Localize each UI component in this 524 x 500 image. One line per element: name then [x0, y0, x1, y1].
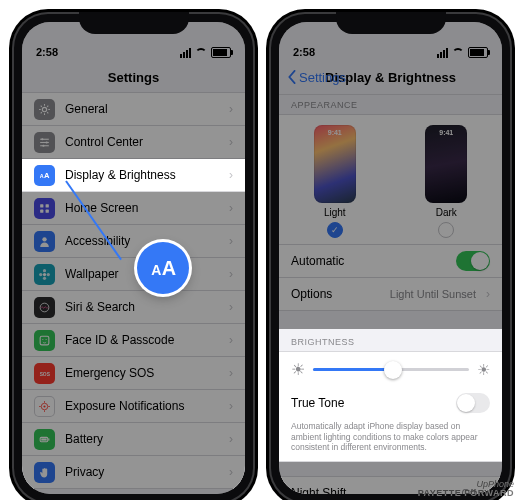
nav-title: Settings [108, 70, 159, 85]
row-label: Display & Brightness [65, 168, 219, 182]
row-control-center[interactable]: Control Center› [22, 126, 245, 159]
siri-icon [34, 297, 55, 318]
row-wallpaper[interactable]: Wallpaper› [22, 258, 245, 291]
svg-point-25 [43, 405, 45, 407]
row-label: General [65, 102, 219, 116]
svg-rect-10 [46, 204, 49, 207]
row-label: Exposure Notifications [65, 399, 219, 413]
wifi-icon [195, 48, 207, 57]
chevron-right-icon: › [229, 135, 233, 149]
options-label: Options [291, 287, 380, 301]
status-time: 2:58 [293, 46, 315, 58]
phone-left: 2:58 Settings General›Control Center›AAD… [12, 12, 255, 500]
brightness-slider[interactable] [313, 368, 469, 371]
svg-point-16 [43, 276, 46, 279]
back-button[interactable]: Settings [287, 70, 346, 85]
dark-radio[interactable] [438, 222, 454, 238]
svg-point-17 [39, 272, 42, 275]
cell-signal-icon [437, 48, 448, 58]
row-label: Face ID & Passcode [65, 333, 219, 347]
svg-rect-28 [41, 438, 46, 440]
grid-icon [34, 198, 55, 219]
automatic-switch[interactable] [456, 251, 490, 271]
row-face-id[interactable]: Face ID & Passcode› [22, 324, 245, 357]
light-label: Light [324, 207, 346, 218]
battery-icon [211, 47, 231, 58]
sliders-icon [34, 132, 55, 153]
row-accessibility[interactable]: Accessibility› [22, 225, 245, 258]
true-tone-desc: Automatically adapt iPhone display based… [279, 419, 502, 461]
svg-rect-12 [46, 209, 49, 212]
wifi-icon [452, 48, 464, 57]
chevron-right-icon: › [229, 234, 233, 248]
light-radio[interactable] [327, 222, 343, 238]
light-thumbnail [314, 125, 356, 203]
row-label: Accessibility [65, 234, 219, 248]
row-display-brightness[interactable]: AADisplay & Brightness› [22, 159, 245, 192]
hand-icon [34, 462, 55, 483]
svg-point-5 [46, 141, 48, 143]
settings-list[interactable]: General›Control Center›AADisplay & Brigh… [22, 92, 245, 494]
row-options[interactable]: Options Light Until Sunset › [279, 278, 502, 310]
watermark: UpPhonePAYETTE FORWARD [418, 480, 514, 498]
svg-point-0 [42, 107, 46, 111]
person-icon [34, 231, 55, 252]
appearance-light[interactable]: Light [314, 125, 356, 238]
appearance-picker: Light Dark [279, 114, 502, 244]
dark-label: Dark [436, 207, 457, 218]
cell-signal-icon [180, 48, 191, 58]
chevron-left-icon [287, 70, 297, 84]
true-tone-label: True Tone [291, 396, 344, 410]
chevron-right-icon: › [229, 300, 233, 314]
automatic-label: Automatic [291, 254, 446, 268]
true-tone-switch[interactable] [456, 393, 490, 413]
svg-text:A: A [162, 257, 176, 279]
svg-point-22 [46, 338, 47, 339]
back-label: Settings [299, 70, 346, 85]
chevron-right-icon: › [229, 201, 233, 215]
phone-right: 2:58 Settings Display & Brightness Appea… [269, 12, 512, 500]
battery-icon [34, 429, 55, 450]
gear-icon [34, 99, 55, 120]
chevron-right-icon: › [229, 432, 233, 446]
brightness-section: ☀︎ ☀︎ True Tone Automatically adapt iPho… [279, 351, 502, 462]
svg-rect-20 [40, 336, 49, 345]
callout-bubble: A A [137, 242, 189, 294]
appearance-dark[interactable]: Dark [425, 125, 467, 238]
row-siri-search[interactable]: Siri & Search› [22, 291, 245, 324]
row-exposure[interactable]: Exposure Notifications› [22, 390, 245, 423]
row-label: Privacy [65, 465, 219, 479]
row-home-screen[interactable]: Home Screen› [22, 192, 245, 225]
chevron-right-icon: › [229, 399, 233, 413]
svg-text:A: A [44, 171, 50, 180]
chevron-right-icon: › [229, 102, 233, 116]
dark-thumbnail [425, 125, 467, 203]
status-time: 2:58 [36, 46, 58, 58]
svg-point-4 [41, 138, 43, 140]
svg-rect-27 [48, 438, 49, 440]
svg-text:SOS: SOS [40, 371, 51, 376]
notch [336, 12, 446, 34]
chevron-right-icon: › [229, 366, 233, 380]
svg-rect-11 [40, 209, 43, 212]
row-label: Control Center [65, 135, 219, 149]
row-general[interactable]: General› [22, 93, 245, 126]
chevron-right-icon: › [229, 267, 233, 281]
nav-bar: Settings [22, 60, 245, 95]
svg-point-15 [43, 269, 46, 272]
svg-point-14 [43, 272, 46, 275]
aA-icon: A A [149, 254, 177, 282]
row-automatic: Automatic [279, 245, 502, 278]
appearance-header: Appearance [279, 100, 502, 114]
svg-point-6 [42, 144, 44, 146]
row-emergency-sos[interactable]: SOSEmergency SOS› [22, 357, 245, 390]
chevron-right-icon: › [229, 168, 233, 182]
row-true-tone: True Tone [279, 387, 502, 419]
row-battery[interactable]: Battery› [22, 423, 245, 456]
row-label: Emergency SOS [65, 366, 219, 380]
nav-bar: Settings Display & Brightness [279, 60, 502, 95]
row-privacy[interactable]: Privacy› [22, 456, 245, 488]
faceid-icon [34, 330, 55, 351]
sos-icon: SOS [34, 363, 55, 384]
row-label: Battery [65, 432, 219, 446]
